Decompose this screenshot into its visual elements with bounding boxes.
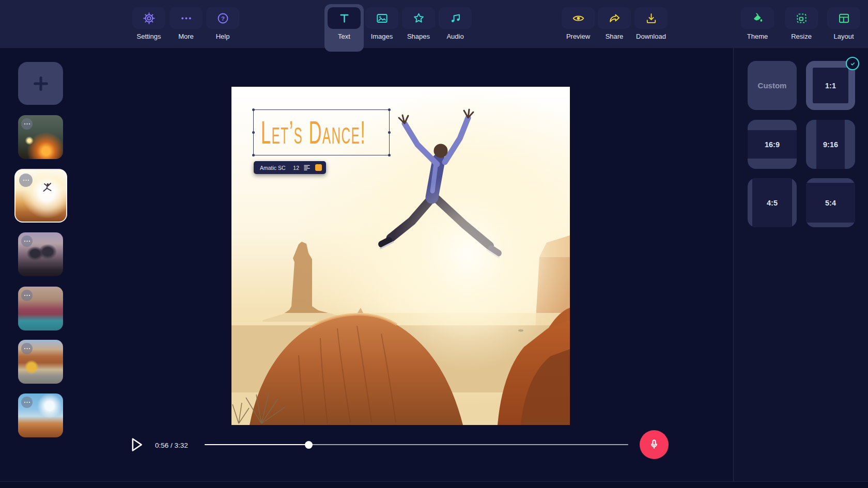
clip-thumbnail-road-van[interactable] [18, 340, 63, 384]
text-mini-toolbar: Amatic SC 12 [254, 161, 326, 174]
clip-options-icon[interactable] [21, 397, 33, 408]
editing-canvas[interactable]: Let’s Dance! Amatic SC 12 [231, 87, 570, 425]
top-toolbar: Settings More ? Help Text Images [0, 0, 868, 48]
tab-images-label: Images [371, 33, 393, 40]
play-icon [130, 437, 144, 452]
selected-check-icon [846, 57, 859, 70]
layout-label: Layout [833, 33, 854, 40]
share-arrow-icon [598, 7, 631, 29]
resize-handle[interactable] [252, 131, 255, 134]
tab-images[interactable]: Images [361, 7, 402, 40]
clip-thumbnail-seaside[interactable] [18, 287, 63, 330]
star-icon [402, 7, 435, 29]
playback-slider[interactable] [205, 440, 628, 449]
gear-icon [132, 7, 165, 29]
clip-options-icon[interactable] [21, 290, 33, 301]
resize-handle[interactable] [388, 154, 391, 156]
play-button[interactable] [130, 437, 144, 452]
tab-shapes[interactable]: Shapes [398, 7, 439, 40]
tab-audio-label: Audio [446, 33, 463, 40]
preview-button[interactable]: Preview [557, 7, 599, 40]
settings-label: Settings [137, 33, 161, 40]
tab-text[interactable]: Text [324, 4, 364, 52]
share-button[interactable]: Share [594, 7, 635, 40]
microphone-icon [647, 438, 661, 451]
progress-played [205, 444, 308, 445]
aspect-label: 9:16 [806, 120, 855, 169]
clip-thumbnail-canyon-feet[interactable] [18, 232, 63, 276]
clip-options-icon[interactable] [21, 235, 33, 247]
clip-thumbnail-rock-leap[interactable] [18, 393, 63, 437]
resize-button[interactable]: Resize [781, 7, 822, 40]
theme-button[interactable]: Theme [737, 7, 778, 40]
download-icon [634, 7, 668, 29]
aspect-4-5-button[interactable]: 4:5 [748, 178, 797, 227]
resize-icon [785, 7, 818, 29]
aspect-label: 16:9 [748, 120, 797, 169]
tab-shapes-label: Shapes [407, 33, 430, 40]
font-size-selector[interactable]: 12 [293, 165, 299, 171]
aspect-1-1-button[interactable]: 1:1 [806, 61, 855, 110]
layout-button[interactable]: Layout [823, 7, 864, 40]
download-button[interactable]: Download [630, 7, 672, 40]
ellipsis-icon [169, 7, 203, 29]
paint-bucket-icon [741, 7, 774, 29]
clip-options-icon[interactable] [19, 174, 33, 187]
font-family-selector[interactable]: Amatic SC [260, 165, 288, 171]
text-element-selection-box[interactable]: Let’s Dance! [253, 109, 390, 155]
bottom-bar [0, 481, 868, 488]
aspect-label: 5:4 [806, 178, 855, 227]
text-color-swatch[interactable] [315, 164, 322, 171]
help-label: Help [216, 33, 230, 40]
resize-handle[interactable] [252, 154, 255, 156]
video-editor-app: Settings More ? Help Text Images [0, 0, 868, 488]
aspect-label: 4:5 [748, 178, 797, 227]
help-button[interactable]: ? Help [202, 7, 243, 40]
resize-handle[interactable] [388, 131, 391, 134]
help-circle-icon: ? [206, 7, 239, 29]
aspect-9-16-button[interactable]: 9:16 [806, 120, 855, 169]
tab-audio[interactable]: Audio [435, 7, 476, 40]
record-voiceover-button[interactable] [640, 430, 669, 459]
playback-time: 0:56 / 3:32 [155, 442, 188, 449]
clip-thumbnail-desert-jump-selected[interactable] [14, 169, 67, 223]
resize-handle[interactable] [252, 108, 255, 111]
download-label: Download [636, 33, 666, 40]
canvas-text-overlay[interactable]: Let’s Dance! [255, 114, 366, 151]
svg-text:?: ? [221, 15, 225, 21]
clip-thumbnail-campfire[interactable] [18, 115, 63, 159]
align-left-icon[interactable] [304, 165, 311, 170]
aspect-16-9-button[interactable]: 16:9 [748, 120, 797, 169]
clip-options-icon[interactable] [21, 343, 33, 354]
aspect-custom-button[interactable]: Custom [748, 61, 797, 110]
resize-handle[interactable] [388, 108, 391, 111]
music-note-icon [439, 7, 472, 29]
clip-options-icon[interactable] [21, 118, 33, 130]
share-label: Share [606, 33, 624, 40]
aspect-5-4-button[interactable]: 5:4 [806, 178, 855, 227]
eye-icon [562, 7, 595, 29]
image-icon [365, 7, 398, 29]
aspect-label: Custom [748, 61, 797, 110]
add-clip-button[interactable] [18, 62, 63, 105]
more-label: More [178, 33, 194, 40]
aspect-ratio-panel: Custom 1:1 16:9 9:16 4:5 5:4 [734, 48, 868, 481]
settings-button[interactable]: Settings [128, 7, 169, 40]
more-button[interactable]: More [165, 7, 207, 40]
layout-icon [827, 7, 860, 29]
text-icon [328, 7, 361, 29]
theme-label: Theme [747, 33, 768, 40]
plus-icon [31, 74, 51, 93]
resize-label: Resize [791, 33, 812, 40]
preview-label: Preview [566, 33, 590, 40]
tab-text-label: Text [338, 33, 350, 40]
progress-thumb[interactable] [305, 441, 313, 449]
mini-jumping-figure [41, 181, 54, 195]
